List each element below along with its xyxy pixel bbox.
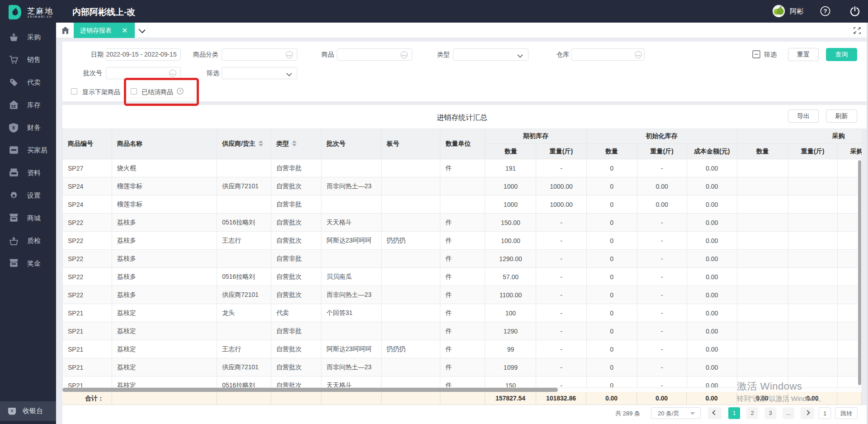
svg-text:¥: ¥ (11, 409, 13, 413)
svg-text:?: ? (824, 8, 827, 14)
svg-text:¥: ¥ (12, 125, 15, 130)
